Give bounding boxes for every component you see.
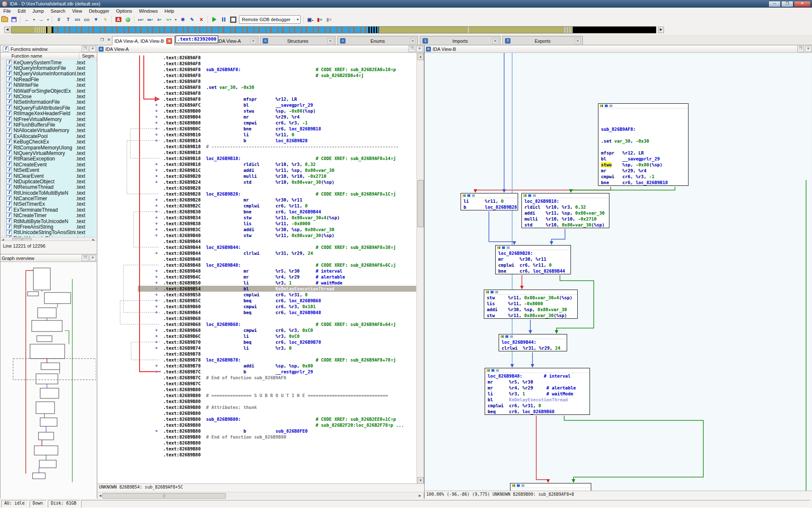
node-group-icon[interactable] xyxy=(472,194,475,197)
function-row[interactable]: fNtClose.text xyxy=(0,94,96,99)
node-color-icon[interactable] xyxy=(512,484,515,487)
listing-row[interactable]: .text:826B9B44 loc_826B9B44: # CODE XREF… xyxy=(138,244,416,250)
function-row[interactable]: fRtlMultiByteToUnicodeN.text xyxy=(0,218,96,224)
float-panel-icon[interactable]: ❐ xyxy=(82,46,88,52)
function-row[interactable]: fRtlRaiseException.text xyxy=(0,156,96,162)
listing-row[interactable]: .text:826B9B70 beq cr6, loc_826B9B78 xyxy=(138,339,416,345)
float-window-icon[interactable]: ❐ xyxy=(409,46,415,52)
create-function-icon[interactable]: co+ xyxy=(136,15,145,24)
listing-row[interactable]: .text:826B9B80 xyxy=(138,446,416,452)
graph-node-loc_826B9B48[interactable]: loc_826B9B48: # intervalmr %r5, %r30mr %… xyxy=(485,368,590,415)
menu-jump[interactable]: Jump xyxy=(29,8,47,14)
listing-row[interactable]: .text:826B9B24 std %r10, 0x80+var_30(%sp… xyxy=(138,179,416,185)
node-color-icon[interactable] xyxy=(487,369,490,372)
listing-row[interactable]: .text:826B9B30 bne cr6, loc_826B9B44 xyxy=(138,209,416,215)
name-caret-icon[interactable]: ▼ xyxy=(173,15,178,24)
listing-row[interactable]: .text:826B9B80 # sub_826B2F20:loc_826B2F… xyxy=(138,422,416,428)
listing-row[interactable]: .text:826B9B68 loc_826B9B68: # CODE XREF… xyxy=(138,321,416,327)
node-color-icon[interactable] xyxy=(497,246,500,249)
tab-close-icon[interactable]: ✕ xyxy=(250,38,256,44)
function-row[interactable]: fNtQueryInformationFile.text xyxy=(0,65,96,71)
menu-view[interactable]: View xyxy=(69,8,85,14)
tab-enums[interactable]: ≡ Enums ✕ xyxy=(337,36,418,45)
menu-debugger[interactable]: Debugger xyxy=(85,8,112,14)
start-process-icon[interactable] xyxy=(210,15,219,24)
listing-row[interactable]: .text:826B9B04 mr %r29, %r4 xyxy=(138,114,416,120)
close-panel-icon[interactable]: ✕ xyxy=(89,255,96,261)
functions-window-title-bar[interactable]: f Functions window ❐ ✕ xyxy=(0,45,97,53)
view-a-vscrollbar[interactable]: ▲ ▼ xyxy=(417,53,424,484)
listing-row[interactable]: .text:826B9B18 loc_826B9B18: # CODE XREF… xyxy=(138,155,416,161)
graph-node-loc_826B9B44[interactable]: loc_826B9B44:clrlwi %r31, %r29, 24 xyxy=(499,334,567,351)
listing-row[interactable]: .text:826B9B2C cmplwi cr6, %r11, 0 xyxy=(138,203,416,209)
listing-row[interactable]: .text:826B9B80 # End of function sub_826… xyxy=(138,434,416,440)
function-row[interactable]: fNtFlushBuffersFile.text xyxy=(0,122,96,127)
listing-row[interactable]: .text:826B9B80 xyxy=(138,387,416,392)
listing-row[interactable]: .text:826B9B48 loc_826B9B48: # CODE XREF… xyxy=(138,262,416,268)
node-group-icon[interactable] xyxy=(609,105,612,107)
listing-row[interactable]: .text:826B9B58 cmplwi cr6, %r31, 0 xyxy=(138,292,416,298)
node-color-icon[interactable] xyxy=(501,335,504,338)
listing-row[interactable]: .text:826B9AF8 xyxy=(138,78,416,84)
function-row[interactable]: fRtlImageXexHeaderField.text xyxy=(0,111,96,116)
menu-file[interactable]: File xyxy=(0,8,14,14)
listing-row[interactable]: .text:826B9B64 beq cr6, loc_826B9B48 xyxy=(138,309,416,315)
listing-row[interactable]: .text:826B9B78 xyxy=(138,351,416,357)
create-name-icon[interactable]: A+ xyxy=(155,15,164,24)
listing-row[interactable]: .text:826B9B08 cmpwi cr6, %r3, -1 xyxy=(138,120,416,126)
tab-close-icon[interactable]: ✕ xyxy=(575,38,581,44)
menu-edit[interactable]: Edit xyxy=(14,8,29,14)
view-a-hscrollbar[interactable]: ◀ ||| ▶ xyxy=(97,492,423,499)
graph-view[interactable]: sub_826B9AF8: .set var_30, -0x30 mfspr %… xyxy=(425,53,812,491)
function-row[interactable]: fNtSetEvent.text xyxy=(0,167,96,173)
back-caret-icon[interactable]: ▼ xyxy=(32,15,36,24)
node-edit-icon[interactable] xyxy=(528,194,531,197)
listing-row[interactable]: .text:826B9B6C li %r3, 0xC0 xyxy=(138,333,416,339)
listing-row[interactable]: .text:826B9B80 sub_826B9B80: # CODE XREF… xyxy=(138,416,416,422)
listing-row[interactable]: .text:826B9B48 mr %r5, %r30 # interval xyxy=(138,268,416,274)
function-row[interactable]: fKeBugCheckEx.text xyxy=(0,139,96,144)
node-group-icon[interactable] xyxy=(495,291,498,293)
function-row[interactable]: fNtCreateEvent.text xyxy=(0,162,96,167)
function-row[interactable]: fNtWriteFile.text xyxy=(0,83,96,88)
search-text-icon[interactable]: T xyxy=(63,15,73,24)
function-row[interactable]: fRtlUnicodeStringToAnsiString.text xyxy=(0,230,96,235)
function-row[interactable]: fNtCreateTimer.text xyxy=(0,213,96,218)
listing-row[interactable]: .text:826B9B78 loc_826B9B78: # CODE XREF… xyxy=(138,357,416,363)
node-group-icon[interactable] xyxy=(510,335,513,338)
color-instruction-icon[interactable]: A xyxy=(114,15,123,24)
node-edit-icon[interactable] xyxy=(505,335,508,338)
listing-row[interactable]: .text:826B9B28 loc_826B9B28: # CODE XREF… xyxy=(138,191,416,197)
function-row[interactable]: fRtlFreeAnsiString.text xyxy=(0,224,96,229)
tab-structures[interactable]: A Structures ✕ xyxy=(260,36,335,45)
node-group-icon[interactable] xyxy=(496,369,499,372)
graph-node-loc_826B9B28[interactable]: loc_826B9B28:mr %r30, %r11cmplwi cr6, %r… xyxy=(495,245,571,274)
function-row[interactable]: fExTerminateThread.text xyxy=(0,207,96,213)
function-row[interactable]: fNtReadFile.text xyxy=(0,77,96,82)
run-to-cursor-icon[interactable]: ϟ xyxy=(101,15,110,24)
search-binary-icon[interactable]: # xyxy=(54,15,63,24)
listing-row[interactable]: .text:826B9B4C mr %r4, %r29 # alertable xyxy=(138,274,416,280)
node-color-icon[interactable] xyxy=(524,194,527,197)
node-group-icon[interactable] xyxy=(533,194,536,197)
scroll-thumb[interactable] xyxy=(417,180,424,227)
jump-down-icon[interactable]: ▼ xyxy=(91,15,101,24)
forward-caret-icon[interactable]: ▼ xyxy=(46,15,50,24)
ida-view-b-title-bar[interactable]: B IDA View-B ❐ ✕ xyxy=(425,45,812,53)
listing-row[interactable]: .text:826B9B7C # End of function sub_826… xyxy=(138,375,416,381)
function-row[interactable]: fKeQuerySystemTime.text xyxy=(0,60,96,65)
tab-imports[interactable]: ⇓ Imports ✕ xyxy=(420,36,500,45)
tab-close-icon[interactable]: ✕ xyxy=(166,38,172,44)
listing-row[interactable]: .text:826B9B74 li %r3, 0 xyxy=(138,345,416,351)
create-data-icon[interactable]: da+ xyxy=(145,15,155,24)
listing-row[interactable]: .text:826B9B1C addi %r11, %sp, 0x80+var_… xyxy=(138,167,416,173)
listing-row[interactable]: .text:826B9B50 li %r3, 1 # waitMode xyxy=(138,280,416,286)
float-window-icon[interactable]: ❐ xyxy=(797,46,804,52)
listing-row[interactable]: .text:826B9AF8 .set var_30, -0x30 xyxy=(138,84,416,90)
listing-row[interactable]: .text:826B9B78 addi %sp, %sp, 0x80 xyxy=(138,363,416,369)
edit-icon[interactable]: ✎ xyxy=(187,15,197,24)
close-panel-icon[interactable]: ✕ xyxy=(89,46,96,52)
function-row[interactable]: fNtResumeThread.text xyxy=(0,185,96,190)
search-value-icon[interactable]: 101 xyxy=(73,15,82,24)
listing-row[interactable]: .text:826B9AF8 xyxy=(138,55,416,61)
